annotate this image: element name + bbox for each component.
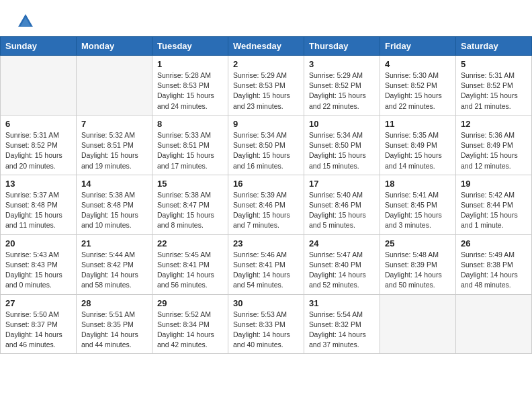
logo xyxy=(16,12,38,31)
day-info: Sunrise: 5:34 AM Sunset: 8:50 PM Dayligh… xyxy=(309,130,375,171)
calendar-cell: 27Sunrise: 5:50 AM Sunset: 8:37 PM Dayli… xyxy=(1,294,77,354)
calendar-cell: 13Sunrise: 5:37 AM Sunset: 8:48 PM Dayli… xyxy=(1,175,77,234)
day-number: 25 xyxy=(385,238,451,248)
weekday-header-saturday: Saturday xyxy=(456,37,532,56)
calendar-cell: 1Sunrise: 5:28 AM Sunset: 8:53 PM Daylig… xyxy=(152,56,228,116)
day-number: 3 xyxy=(309,59,375,69)
calendar-cell: 24Sunrise: 5:47 AM Sunset: 8:40 PM Dayli… xyxy=(304,234,380,294)
calendar-cell: 12Sunrise: 5:36 AM Sunset: 8:49 PM Dayli… xyxy=(456,115,532,175)
day-info: Sunrise: 5:44 AM Sunset: 8:42 PM Dayligh… xyxy=(81,250,147,291)
calendar-cell: 15Sunrise: 5:38 AM Sunset: 8:47 PM Dayli… xyxy=(152,175,228,234)
calendar-cell: 28Sunrise: 5:51 AM Sunset: 8:35 PM Dayli… xyxy=(77,294,152,354)
day-number: 23 xyxy=(233,238,299,248)
calendar-cell: 30Sunrise: 5:53 AM Sunset: 8:33 PM Dayli… xyxy=(228,294,304,354)
day-number: 15 xyxy=(157,179,223,189)
page-header xyxy=(0,0,532,36)
day-number: 22 xyxy=(157,238,223,248)
day-number: 11 xyxy=(385,119,451,129)
day-info: Sunrise: 5:29 AM Sunset: 8:52 PM Dayligh… xyxy=(309,71,375,111)
day-info: Sunrise: 5:30 AM Sunset: 8:52 PM Dayligh… xyxy=(385,71,451,111)
calendar-cell: 9Sunrise: 5:34 AM Sunset: 8:50 PM Daylig… xyxy=(228,115,304,175)
calendar-cell xyxy=(380,294,456,354)
day-number: 30 xyxy=(233,298,299,308)
calendar-cell: 10Sunrise: 5:34 AM Sunset: 8:50 PM Dayli… xyxy=(304,115,380,175)
day-info: Sunrise: 5:38 AM Sunset: 8:47 PM Dayligh… xyxy=(157,190,223,231)
day-info: Sunrise: 5:50 AM Sunset: 8:37 PM Dayligh… xyxy=(5,310,71,351)
day-number: 8 xyxy=(157,119,223,129)
calendar-cell: 22Sunrise: 5:45 AM Sunset: 8:41 PM Dayli… xyxy=(152,234,228,294)
calendar-cell: 4Sunrise: 5:30 AM Sunset: 8:52 PM Daylig… xyxy=(380,56,456,116)
weekday-header-sunday: Sunday xyxy=(1,37,77,56)
calendar-cell xyxy=(77,56,152,116)
day-info: Sunrise: 5:43 AM Sunset: 8:43 PM Dayligh… xyxy=(5,250,71,291)
day-info: Sunrise: 5:52 AM Sunset: 8:34 PM Dayligh… xyxy=(157,310,223,351)
calendar-cell: 16Sunrise: 5:39 AM Sunset: 8:46 PM Dayli… xyxy=(228,175,304,234)
calendar-cell xyxy=(1,56,77,116)
week-row-2: 6Sunrise: 5:31 AM Sunset: 8:52 PM Daylig… xyxy=(1,115,532,175)
calendar-cell: 23Sunrise: 5:46 AM Sunset: 8:41 PM Dayli… xyxy=(228,234,304,294)
calendar-cell: 17Sunrise: 5:40 AM Sunset: 8:46 PM Dayli… xyxy=(304,175,380,234)
week-row-5: 27Sunrise: 5:50 AM Sunset: 8:37 PM Dayli… xyxy=(1,294,532,354)
calendar-cell: 7Sunrise: 5:32 AM Sunset: 8:51 PM Daylig… xyxy=(77,115,152,175)
day-number: 12 xyxy=(461,119,527,129)
week-row-1: 1Sunrise: 5:28 AM Sunset: 8:53 PM Daylig… xyxy=(1,56,532,116)
weekday-header-wednesday: Wednesday xyxy=(228,37,304,56)
calendar-table: SundayMondayTuesdayWednesdayThursdayFrid… xyxy=(0,36,532,354)
day-number: 7 xyxy=(81,119,147,129)
day-info: Sunrise: 5:33 AM Sunset: 8:51 PM Dayligh… xyxy=(157,130,223,171)
calendar-cell: 2Sunrise: 5:29 AM Sunset: 8:53 PM Daylig… xyxy=(228,56,304,116)
day-number: 20 xyxy=(5,238,71,248)
day-number: 2 xyxy=(233,59,299,69)
day-info: Sunrise: 5:47 AM Sunset: 8:40 PM Dayligh… xyxy=(309,250,375,291)
calendar-cell: 14Sunrise: 5:38 AM Sunset: 8:48 PM Dayli… xyxy=(77,175,152,234)
calendar-cell: 19Sunrise: 5:42 AM Sunset: 8:44 PM Dayli… xyxy=(456,175,532,234)
day-number: 17 xyxy=(309,179,375,189)
day-number: 26 xyxy=(461,238,527,248)
calendar-cell xyxy=(456,294,532,354)
calendar-cell: 25Sunrise: 5:48 AM Sunset: 8:39 PM Dayli… xyxy=(380,234,456,294)
weekday-header-tuesday: Tuesday xyxy=(152,37,228,56)
weekday-header-thursday: Thursday xyxy=(304,37,380,56)
day-number: 19 xyxy=(461,179,527,189)
day-number: 14 xyxy=(81,179,147,189)
calendar-cell: 31Sunrise: 5:54 AM Sunset: 8:32 PM Dayli… xyxy=(304,294,380,354)
day-number: 13 xyxy=(5,179,71,189)
weekday-header-row: SundayMondayTuesdayWednesdayThursdayFrid… xyxy=(1,37,532,56)
day-number: 18 xyxy=(385,179,451,189)
day-info: Sunrise: 5:51 AM Sunset: 8:35 PM Dayligh… xyxy=(81,310,147,351)
day-info: Sunrise: 5:31 AM Sunset: 8:52 PM Dayligh… xyxy=(5,130,71,171)
weekday-header-monday: Monday xyxy=(77,37,152,56)
day-number: 27 xyxy=(5,298,71,308)
calendar-cell: 5Sunrise: 5:31 AM Sunset: 8:52 PM Daylig… xyxy=(456,56,532,116)
day-number: 9 xyxy=(233,119,299,129)
day-info: Sunrise: 5:35 AM Sunset: 8:49 PM Dayligh… xyxy=(385,130,451,171)
day-info: Sunrise: 5:48 AM Sunset: 8:39 PM Dayligh… xyxy=(385,250,451,291)
day-number: 1 xyxy=(157,59,223,69)
weekday-header-friday: Friday xyxy=(380,37,456,56)
day-info: Sunrise: 5:29 AM Sunset: 8:53 PM Dayligh… xyxy=(233,71,299,111)
day-number: 16 xyxy=(233,179,299,189)
day-number: 31 xyxy=(309,298,375,308)
week-row-4: 20Sunrise: 5:43 AM Sunset: 8:43 PM Dayli… xyxy=(1,234,532,294)
day-info: Sunrise: 5:46 AM Sunset: 8:41 PM Dayligh… xyxy=(233,250,299,291)
day-info: Sunrise: 5:34 AM Sunset: 8:50 PM Dayligh… xyxy=(233,130,299,171)
day-info: Sunrise: 5:42 AM Sunset: 8:44 PM Dayligh… xyxy=(461,190,527,231)
day-number: 6 xyxy=(5,119,71,129)
day-info: Sunrise: 5:53 AM Sunset: 8:33 PM Dayligh… xyxy=(233,310,299,351)
day-info: Sunrise: 5:38 AM Sunset: 8:48 PM Dayligh… xyxy=(81,190,147,231)
week-row-3: 13Sunrise: 5:37 AM Sunset: 8:48 PM Dayli… xyxy=(1,175,532,234)
calendar-cell: 8Sunrise: 5:33 AM Sunset: 8:51 PM Daylig… xyxy=(152,115,228,175)
day-number: 4 xyxy=(385,59,451,69)
day-info: Sunrise: 5:45 AM Sunset: 8:41 PM Dayligh… xyxy=(157,250,223,291)
day-info: Sunrise: 5:31 AM Sunset: 8:52 PM Dayligh… xyxy=(461,71,527,111)
day-number: 29 xyxy=(157,298,223,308)
day-info: Sunrise: 5:39 AM Sunset: 8:46 PM Dayligh… xyxy=(233,190,299,231)
calendar-cell: 20Sunrise: 5:43 AM Sunset: 8:43 PM Dayli… xyxy=(1,234,77,294)
calendar-cell: 29Sunrise: 5:52 AM Sunset: 8:34 PM Dayli… xyxy=(152,294,228,354)
calendar-cell: 6Sunrise: 5:31 AM Sunset: 8:52 PM Daylig… xyxy=(1,115,77,175)
day-number: 28 xyxy=(81,298,147,308)
calendar-cell: 18Sunrise: 5:41 AM Sunset: 8:45 PM Dayli… xyxy=(380,175,456,234)
day-number: 5 xyxy=(461,59,527,69)
day-number: 21 xyxy=(81,238,147,248)
day-info: Sunrise: 5:28 AM Sunset: 8:53 PM Dayligh… xyxy=(157,71,223,111)
